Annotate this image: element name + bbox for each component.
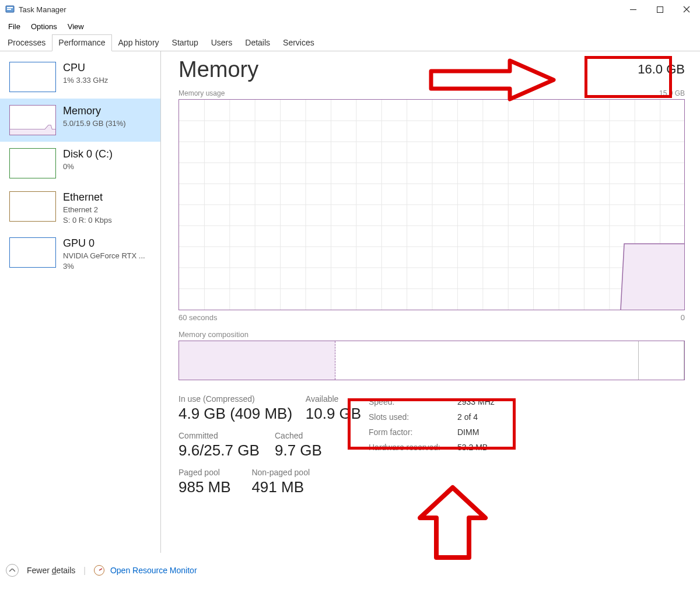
content-area: CPU 1% 3.33 GHz Memory 5.0/15.9 GB (31%)…: [0, 51, 700, 553]
stat-committed-value: 9.6/25.7 GB: [178, 441, 275, 460]
tab-startup[interactable]: Startup: [166, 34, 205, 51]
stat-inuse-value: 4.9 GB (409 MB): [178, 405, 306, 423]
open-resource-monitor-link[interactable]: Open Resource Monitor: [110, 566, 197, 575]
title-bar: Task Manager: [0, 0, 700, 19]
stat-inuse-label: In use (Compressed): [178, 394, 306, 404]
comp-available: [335, 341, 639, 380]
sidebar-sub-memory: 5.0/15.9 GB (31%): [63, 119, 126, 128]
tab-details[interactable]: Details: [239, 34, 276, 51]
memory-composition-bar[interactable]: [178, 341, 685, 380]
tab-services[interactable]: Services: [276, 34, 321, 51]
tab-bar: Processes Performance App history Startu…: [0, 34, 700, 51]
sidebar-sub2-gpu: 3%: [63, 262, 145, 271]
tab-processes[interactable]: Processes: [1, 34, 52, 51]
x-right: 0: [681, 313, 685, 322]
stat-committed-label: Committed: [178, 431, 275, 440]
sidebar-sub-cpu: 1% 3.33 GHz: [63, 76, 108, 85]
composition-label: Memory composition: [178, 330, 685, 339]
stat-nonpaged-value: 491 MB: [251, 478, 371, 496]
annotation-details-box: [348, 398, 516, 450]
comp-inuse: [179, 341, 335, 380]
window-title: Task Manager: [19, 5, 66, 14]
fewer-details-toggle[interactable]: [6, 564, 19, 577]
tab-users[interactable]: Users: [205, 34, 239, 51]
annotation-arrow-right: [428, 55, 560, 107]
svg-rect-2: [7, 9, 11, 10]
sidebar-sub-gpu: NVIDIA GeForce RTX ...: [63, 251, 145, 260]
sidebar-item-memory[interactable]: Memory 5.0/15.9 GB (31%): [0, 99, 160, 142]
app-icon: [5, 4, 15, 15]
sidebar-item-ethernet[interactable]: Ethernet Ethernet 2 S: 0 R: 0 Kbps: [0, 185, 160, 231]
svg-marker-7: [10, 125, 55, 135]
annotation-total-box: [584, 56, 672, 98]
ethernet-sparkline: [9, 191, 56, 222]
minimize-button[interactable]: [620, 0, 646, 19]
sidebar-sub-disk: 0%: [63, 162, 113, 171]
stats-left: In use (Compressed) 4.9 GB (409 MB) Avai…: [178, 394, 371, 504]
chart-footer: 60 seconds 0: [178, 313, 685, 322]
menu-file[interactable]: File: [3, 21, 26, 32]
sidebar-title-memory: Memory: [63, 105, 126, 117]
tab-performance[interactable]: Performance: [52, 34, 111, 51]
comp-cached: [639, 341, 684, 380]
x-left: 60 seconds: [178, 313, 218, 322]
sidebar-item-disk[interactable]: Disk 0 (C:) 0%: [0, 142, 160, 185]
menu-bar: File Options View: [0, 19, 700, 34]
sidebar-title-ethernet: Ethernet: [63, 191, 112, 204]
page-title: Memory: [178, 57, 258, 82]
resource-monitor-icon: [94, 565, 104, 576]
tab-app-history[interactable]: App history: [112, 34, 166, 51]
stat-paged: Paged pool 985 MB: [178, 468, 251, 496]
fewer-details-label[interactable]: Fewer details: [27, 566, 75, 575]
status-bar: Fewer details | Open Resource Monitor: [0, 553, 700, 588]
sidebar-title-cpu: CPU: [63, 62, 108, 74]
usage-label: Memory usage: [178, 89, 225, 97]
sidebar-sub2-ethernet: S: 0 R: 0 Kbps: [63, 216, 112, 225]
close-button[interactable]: [673, 0, 700, 19]
annotation-arrow-up: [412, 483, 494, 567]
performance-sidebar: CPU 1% 3.33 GHz Memory 5.0/15.9 GB (31%)…: [0, 51, 161, 553]
stat-paged-value: 985 MB: [178, 478, 251, 496]
menu-view[interactable]: View: [62, 21, 89, 32]
sidebar-title-disk: Disk 0 (C:): [63, 148, 113, 160]
stat-nonpaged: Non-paged pool 491 MB: [251, 468, 371, 496]
stat-committed: Committed 9.6/25.7 GB: [178, 431, 275, 460]
cpu-sparkline: [9, 62, 56, 92]
disk-sparkline: [9, 148, 56, 178]
svg-rect-4: [657, 6, 663, 12]
status-separator: |: [83, 566, 86, 575]
svg-line-37: [99, 569, 102, 570]
stat-paged-label: Paged pool: [178, 468, 251, 477]
svg-marker-36: [621, 244, 684, 310]
menu-options[interactable]: Options: [26, 21, 62, 32]
main-panel: Memory 16.0 GB Memory usage 15.9 GB 60 s…: [161, 51, 700, 553]
maximize-button[interactable]: [646, 0, 673, 19]
sidebar-sub-ethernet: Ethernet 2: [63, 205, 112, 214]
sidebar-title-gpu: GPU 0: [63, 237, 145, 250]
memory-usage-chart[interactable]: [178, 99, 685, 310]
gpu-sparkline: [9, 237, 56, 268]
stat-inuse: In use (Compressed) 4.9 GB (409 MB): [178, 394, 306, 423]
memory-sparkline: [9, 105, 56, 135]
stat-nonpaged-label: Non-paged pool: [251, 468, 371, 477]
window-controls: [620, 0, 700, 19]
sidebar-item-gpu[interactable]: GPU 0 NVIDIA GeForce RTX ... 3%: [0, 231, 160, 277]
svg-rect-1: [7, 7, 13, 8]
sidebar-item-cpu[interactable]: CPU 1% 3.33 GHz: [0, 55, 160, 99]
